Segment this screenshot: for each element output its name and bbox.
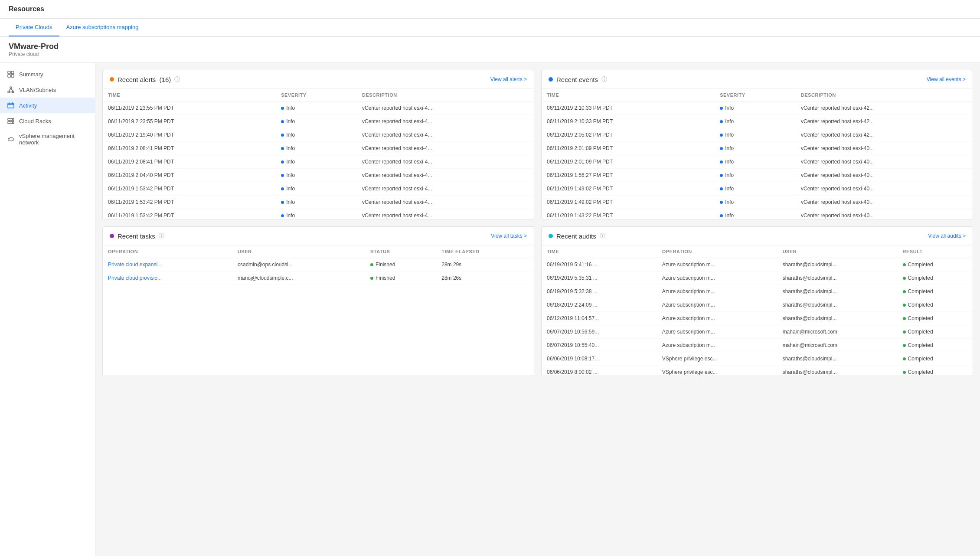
cloud-type: Private cloud <box>9 51 971 57</box>
table-row[interactable]: 06/11/2019 2:08:41 PM PDT Info vCenter r… <box>103 142 534 155</box>
event-severity: Info <box>715 101 796 115</box>
table-row[interactable]: 06/19/2019 5:32:38 ... Azure subscriptio… <box>542 285 973 298</box>
audit-user: sharaths@cloudsimpl... <box>777 258 898 271</box>
event-severity: Info <box>715 115 796 128</box>
audits-table: TIME OPERATION USER RESULT 06/19/2019 5:… <box>542 245 973 376</box>
table-row[interactable]: Private cloud provisio... manoj@cloudsim… <box>103 271 534 285</box>
tasks-view-all[interactable]: View all tasks > <box>491 233 527 239</box>
svg-line-8 <box>11 88 13 91</box>
table-row[interactable]: 06/11/2019 1:53:42 PM PDT Info vCenter r… <box>103 209 534 219</box>
event-severity: Info <box>715 196 796 209</box>
table-row[interactable]: 06/11/2019 2:10:33 PM PDT Info vCenter r… <box>542 115 973 128</box>
table-row[interactable]: 06/06/2019 8:00:02 ... VSphere privilege… <box>542 366 973 376</box>
activity-icon <box>7 101 15 109</box>
event-description: vCenter reported host esxi-42... <box>796 101 973 115</box>
task-elapsed: 28m 26s <box>436 271 534 285</box>
table-row[interactable]: 06/11/2019 1:55:27 PM PDT Info vCenter r… <box>542 169 973 182</box>
audit-user: sharaths@cloudsimpl... <box>777 285 898 298</box>
alerts-title: Recent alerts (16) <box>118 76 171 83</box>
table-row[interactable]: 06/06/2019 10:08:17... VSphere privilege… <box>542 352 973 366</box>
events-col-time: TIME <box>542 89 715 101</box>
audit-operation: VSphere privilege esc... <box>657 366 777 376</box>
events-view-all[interactable]: View all events > <box>927 76 966 82</box>
alert-severity: Info <box>276 169 357 182</box>
audits-col-time: TIME <box>542 245 657 258</box>
alert-time: 06/11/2019 2:23:55 PM PDT <box>103 115 276 128</box>
sidebar-label-vsphere: vSphere management network <box>19 133 88 146</box>
tab-private-clouds[interactable]: Private Clouds <box>9 19 59 36</box>
table-row[interactable]: 06/11/2019 2:01:09 PM PDT Info vCenter r… <box>542 142 973 155</box>
table-row[interactable]: 06/11/2019 2:08:41 PM PDT Info vCenter r… <box>103 155 534 169</box>
table-row[interactable]: 06/11/2019 2:23:55 PM PDT Info vCenter r… <box>103 115 534 128</box>
tasks-card: Recent tasks ⓘ View all tasks > OPERATIO… <box>102 226 534 376</box>
event-description: vCenter reported host esxi-40... <box>796 182 973 196</box>
alert-time: 06/11/2019 1:53:42 PM PDT <box>103 209 276 219</box>
sidebar-item-vlan[interactable]: VLAN/Subnets <box>0 82 95 98</box>
audit-result: Completed <box>898 352 973 366</box>
alerts-info-icon[interactable]: ⓘ <box>174 75 180 83</box>
alerts-col-severity: SEVERITY <box>276 89 357 101</box>
table-row[interactable]: 06/18/2019 2:24:09 ... Azure subscriptio… <box>542 298 973 312</box>
audit-user: sharaths@cloudsimpl... <box>777 312 898 325</box>
events-info-icon[interactable]: ⓘ <box>601 75 607 83</box>
page-header: Resources <box>0 0 980 19</box>
table-row[interactable]: 06/12/2019 11:04:57... Azure subscriptio… <box>542 312 973 325</box>
event-description: vCenter reported host esxi-40... <box>796 142 973 155</box>
event-description: vCenter reported host esxi-42... <box>796 115 973 128</box>
audit-operation: Azure subscription m... <box>657 258 777 271</box>
sidebar-item-cloud-racks[interactable]: Cloud Racks <box>0 113 95 129</box>
table-row[interactable]: 06/11/2019 2:05:02 PM PDT Info vCenter r… <box>542 128 973 142</box>
audit-operation: Azure subscription m... <box>657 298 777 312</box>
alert-description: vCenter reported host esxi-4... <box>357 155 534 169</box>
table-row[interactable]: 06/11/2019 1:49:02 PM PDT Info vCenter r… <box>542 196 973 209</box>
table-row[interactable]: 06/19/2019 5:41:16 ... Azure subscriptio… <box>542 258 973 271</box>
audit-result: Completed <box>898 339 973 352</box>
alert-time: 06/11/2019 2:19:40 PM PDT <box>103 128 276 142</box>
table-row[interactable]: 06/11/2019 2:10:33 PM PDT Info vCenter r… <box>542 101 973 115</box>
tasks-info-icon[interactable]: ⓘ <box>159 232 164 240</box>
alert-description: vCenter reported host esxi-4... <box>357 115 534 128</box>
alert-time: 06/11/2019 1:53:42 PM PDT <box>103 182 276 196</box>
audit-user: sharaths@cloudsimpl... <box>777 366 898 376</box>
table-row[interactable]: 06/19/2019 5:35:31 ... Azure subscriptio… <box>542 271 973 285</box>
tasks-table: OPERATION USER STATUS TIME ELAPSED Priva… <box>103 245 534 285</box>
table-row[interactable]: 06/11/2019 2:04:40 PM PDT Info vCenter r… <box>103 169 534 182</box>
audit-time: 06/12/2019 11:04:57... <box>542 312 657 325</box>
sidebar-item-activity[interactable]: Activity <box>0 98 95 113</box>
task-user: manoj@cloudsimple.c... <box>232 271 365 285</box>
table-row[interactable]: Private cloud expansi... csadmin@ops.clo… <box>103 258 534 271</box>
event-severity: Info <box>715 182 796 196</box>
alerts-view-all[interactable]: View all alerts > <box>490 76 527 82</box>
task-status: Finished <box>365 271 436 285</box>
tab-azure-subscriptions[interactable]: Azure subscriptions mapping <box>59 19 146 36</box>
sidebar-item-vsphere[interactable]: vSphere management network <box>0 129 95 150</box>
table-row[interactable]: 06/11/2019 2:01:09 PM PDT Info vCenter r… <box>542 155 973 169</box>
sidebar-item-summary[interactable]: Summary <box>0 66 95 82</box>
audit-result: Completed <box>898 366 973 376</box>
table-row[interactable]: 06/07/2019 10:55:40... Azure subscriptio… <box>542 339 973 352</box>
audits-dot <box>549 234 553 238</box>
audits-view-all[interactable]: View all audits > <box>928 233 966 239</box>
table-row[interactable]: 06/11/2019 1:49:02 PM PDT Info vCenter r… <box>542 182 973 196</box>
table-row[interactable]: 06/07/2019 10:56:59... Azure subscriptio… <box>542 325 973 339</box>
audit-user: mahain@microsoft.com <box>777 325 898 339</box>
alert-severity: Info <box>276 128 357 142</box>
server-icon <box>7 117 15 125</box>
table-row[interactable]: 06/11/2019 1:43:22 PM PDT Info vCenter r… <box>542 209 973 219</box>
task-operation: Private cloud expansi... <box>103 258 232 271</box>
table-row[interactable]: 06/11/2019 1:53:42 PM PDT Info vCenter r… <box>103 196 534 209</box>
table-row[interactable]: 06/11/2019 2:19:40 PM PDT Info vCenter r… <box>103 128 534 142</box>
table-row[interactable]: 06/11/2019 1:53:42 PM PDT Info vCenter r… <box>103 182 534 196</box>
sidebar-label-summary: Summary <box>19 71 43 78</box>
audit-operation: Azure subscription m... <box>657 325 777 339</box>
audits-col-op: OPERATION <box>657 245 777 258</box>
audits-info-icon[interactable]: ⓘ <box>600 232 605 240</box>
alert-severity: Info <box>276 115 357 128</box>
audit-operation: Azure subscription m... <box>657 271 777 285</box>
table-row[interactable]: 06/11/2019 2:23:55 PM PDT Info vCenter r… <box>103 101 534 115</box>
alerts-card: Recent alerts (16) ⓘ View all alerts > T… <box>102 70 534 219</box>
svg-line-7 <box>9 88 11 91</box>
event-description: vCenter reported host esxi-40... <box>796 169 973 182</box>
event-time: 06/11/2019 2:10:33 PM PDT <box>542 101 715 115</box>
task-operation: Private cloud provisio... <box>103 271 232 285</box>
